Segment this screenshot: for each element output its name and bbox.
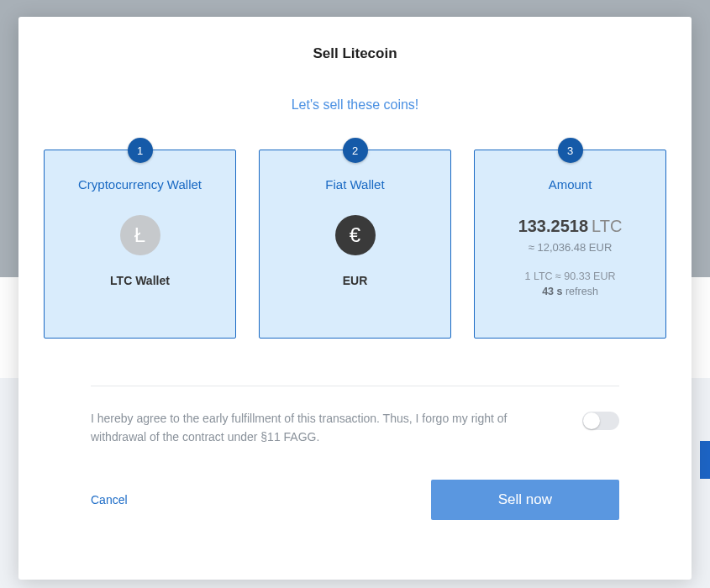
amount-card[interactable]: 3 Amount 133.2518LTC ≈ 12,036.48 EUR 1 L…	[474, 150, 666, 339]
euro-icon: €	[335, 215, 376, 255]
agreement-text: I hereby agree to the early fulfillment …	[91, 410, 562, 446]
amount-approx: ≈ 12,036.48 EUR	[483, 241, 657, 254]
fiat-wallet-title: Fiat Wallet	[268, 177, 442, 192]
step-badge-2: 2	[343, 138, 368, 163]
modal-subtitle: Let's sell these coins!	[44, 97, 666, 113]
amount-rate: 1 LTC ≈ 90.33 EUR	[483, 270, 657, 282]
litecoin-icon: Ł	[120, 215, 160, 255]
crypto-wallet-name: LTC Wallet	[53, 274, 227, 287]
amount-currency: LTC	[592, 217, 622, 235]
crypto-wallet-title: Cryptocurrency Wallet	[53, 177, 227, 192]
cancel-button[interactable]: Cancel	[91, 493, 128, 507]
amount-value: 133.2518	[518, 217, 588, 235]
step-badge-3: 3	[558, 138, 583, 163]
step-cards: 1 Cryptocurrency Wallet Ł LTC Wallet 2 F…	[44, 150, 666, 339]
amount-primary: 133.2518LTC	[483, 217, 657, 236]
modal-title: Sell Litecoin	[44, 45, 666, 62]
sell-now-button[interactable]: Sell now	[431, 480, 619, 520]
fiat-wallet-card[interactable]: 2 Fiat Wallet € EUR	[259, 150, 451, 339]
fiat-wallet-name: EUR	[268, 274, 442, 287]
sell-modal: Sell Litecoin Let's sell these coins! 1 …	[18, 17, 692, 580]
agreement-toggle[interactable]	[582, 412, 619, 430]
divider	[91, 386, 619, 386]
amount-title: Amount	[483, 177, 657, 192]
crypto-wallet-card[interactable]: 1 Cryptocurrency Wallet Ł LTC Wallet	[44, 150, 236, 339]
step-badge-1: 1	[128, 138, 153, 163]
refresh-timer: 43 s refresh	[483, 286, 657, 297]
toggle-knob	[583, 412, 600, 429]
